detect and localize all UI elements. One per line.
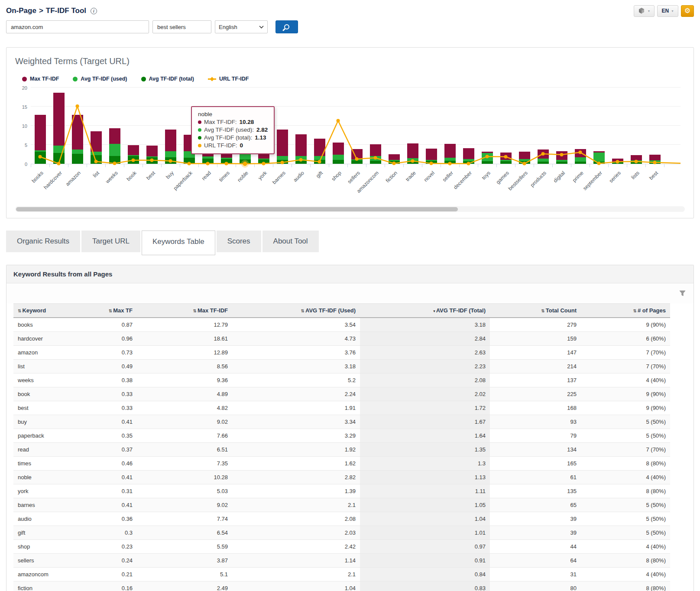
line-point-series[interactable]: [616, 160, 619, 163]
line-point-lists[interactable]: [635, 160, 638, 163]
value-cell: 64: [490, 554, 581, 568]
legend-item[interactable]: Max TF-IDF: [22, 76, 59, 82]
column-header-keyword[interactable]: ⇅Keyword: [13, 304, 96, 318]
line-point-times[interactable]: [225, 162, 228, 166]
value-cell: 0.21: [96, 568, 137, 581]
value-cell: 4.82: [137, 401, 232, 415]
value-cell: 2.08: [232, 512, 360, 526]
line-point-fiction[interactable]: [392, 162, 396, 165]
line-point-trade[interactable]: [411, 159, 415, 162]
apps-menu-button[interactable]: ▼: [634, 5, 655, 17]
value-cell: 9 (90%): [581, 387, 670, 401]
keyword-input[interactable]: [152, 20, 211, 33]
line-point-audio[interactable]: [299, 158, 303, 162]
line-point-best[interactable]: [653, 161, 657, 164]
line-point-december[interactable]: [467, 162, 470, 166]
table-panel-title: Keyword Results from all Pages: [6, 265, 694, 283]
value-cell: 0.36: [96, 512, 137, 526]
line-point-amazon[interactable]: [76, 104, 79, 108]
table-row: best0.334.821.911.721689 (90%): [13, 401, 670, 415]
line-point-gift[interactable]: [318, 160, 321, 163]
line-point-books[interactable]: [39, 155, 42, 159]
value-cell: 0.41: [96, 471, 137, 484]
value-cell: 225: [490, 387, 581, 401]
table-toolbar: [6, 283, 694, 303]
value-cell: 93: [490, 415, 581, 429]
value-cell: 1.04: [232, 581, 360, 591]
chart-scrollbar[interactable]: [15, 206, 685, 212]
tab-about-tool[interactable]: About Tool: [262, 231, 319, 252]
info-icon[interactable]: [91, 8, 97, 14]
line-point-seller[interactable]: [448, 162, 452, 166]
legend-label: Avg TF-IDF (total): [149, 76, 194, 82]
line-point-novel[interactable]: [430, 162, 433, 165]
column-header-avg-tf-idf-total-[interactable]: ▾AVG TF-IDF (Total): [360, 304, 490, 318]
legend-item[interactable]: Avg TF-IDF (total): [141, 76, 194, 82]
line-point-paperback[interactable]: [188, 162, 191, 166]
value-cell: 168: [490, 401, 581, 415]
table-row: buy0.419.023.341.67935 (50%): [13, 415, 670, 429]
legend-item[interactable]: Avg TF-IDF (used): [73, 76, 127, 82]
value-cell: 3.76: [232, 346, 360, 360]
value-cell: 134: [490, 443, 581, 457]
target-url-input[interactable]: [6, 20, 149, 33]
line-point-list[interactable]: [94, 160, 98, 163]
language-button[interactable]: EN ▼: [657, 5, 678, 17]
line-point-read[interactable]: [206, 162, 210, 166]
tooltip-row: Max TF-IDF: 10.28: [198, 119, 268, 125]
tab-organic-results[interactable]: Organic Results: [6, 231, 80, 252]
value-cell: 1.05: [360, 498, 490, 512]
line-point-best[interactable]: [150, 159, 154, 162]
value-cell: 2.49: [137, 581, 232, 591]
line-point-amazoncom[interactable]: [374, 156, 377, 159]
value-cell: 6.54: [137, 526, 232, 540]
line-point-digital[interactable]: [560, 153, 564, 156]
value-cell: 0.46: [96, 457, 137, 471]
column-header--of-pages[interactable]: ⇅# of Pages: [581, 304, 670, 318]
line-point-york[interactable]: [262, 162, 266, 166]
line-point-noble[interactable]: [243, 162, 247, 166]
tab-keywords-table[interactable]: Keywords Table: [142, 231, 215, 255]
value-cell: 9 (90%): [581, 401, 670, 415]
value-cell: 1.67: [360, 415, 490, 429]
search-button[interactable]: [275, 20, 298, 33]
line-point-weeks[interactable]: [113, 162, 117, 165]
value-cell: 5 (50%): [581, 415, 670, 429]
keyword-cell: shop: [13, 540, 96, 554]
line-point-book[interactable]: [132, 159, 135, 162]
tab-scores[interactable]: Scores: [217, 231, 261, 252]
table-row: book0.334.892.242.022259 (90%): [13, 387, 670, 401]
line-point-sellers[interactable]: [355, 157, 359, 161]
chart-scrollbar-thumb[interactable]: [16, 207, 458, 211]
legend-item[interactable]: URL TF-IDF: [208, 76, 249, 82]
settings-button[interactable]: ⚙: [681, 5, 694, 17]
line-point-products[interactable]: [541, 152, 545, 156]
value-cell: 2.1: [232, 568, 360, 581]
column-header-total-count[interactable]: ⇅Total Count: [490, 304, 581, 318]
line-point-prime[interactable]: [579, 151, 582, 154]
column-header-max-tf-idf[interactable]: ⇅Max TF-IDF: [137, 304, 232, 318]
value-cell: 5.2: [232, 373, 360, 387]
value-cell: 0.83: [360, 581, 490, 591]
line-point-toys[interactable]: [486, 155, 489, 158]
line-point-buy[interactable]: [169, 159, 172, 162]
tab-target-url[interactable]: Target URL: [81, 231, 140, 252]
keyword-cell: buy: [13, 415, 96, 429]
line-point-bestsellers[interactable]: [523, 162, 526, 166]
column-header-max-tf[interactable]: ⇅Max TF: [96, 304, 137, 318]
column-header-avg-tf-idf-used-[interactable]: ⇅AVG TF-IDF (Used): [232, 304, 360, 318]
value-cell: 3.87: [137, 554, 232, 568]
line-point-games[interactable]: [504, 155, 508, 159]
line-point-shop[interactable]: [337, 119, 340, 123]
line-point-september[interactable]: [597, 162, 601, 165]
value-cell: 61: [490, 471, 581, 484]
language-select[interactable]: English: [215, 20, 268, 33]
value-cell: 8.56: [137, 360, 232, 373]
filter-icon[interactable]: [679, 290, 686, 296]
line-point-barnes[interactable]: [281, 161, 284, 164]
value-cell: 4 (40%): [581, 373, 670, 387]
legend-circle-marker: [141, 77, 146, 81]
plot-column: noble Max TF-IDF: 10.28Avg TF-IDF (used)…: [31, 88, 685, 202]
table-row: paperback0.357.663.291.64795 (50%): [13, 429, 670, 443]
line-point-hardcover[interactable]: [57, 162, 61, 166]
